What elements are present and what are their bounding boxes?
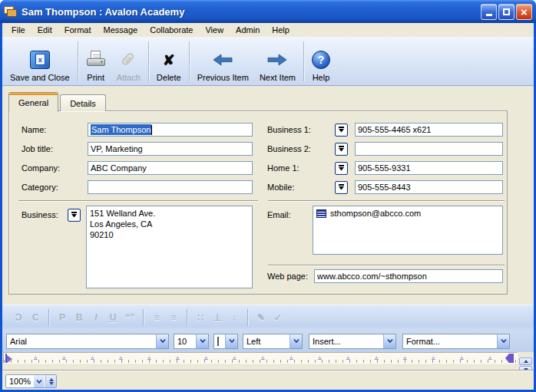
maximize-button[interactable] (498, 4, 514, 20)
italic-icon[interactable]: I (88, 312, 104, 323)
toolbar-separator (143, 309, 144, 326)
dropdown-arrow-icon (71, 212, 78, 218)
menu-message[interactable]: Message (98, 24, 144, 36)
chevron-down-icon (290, 334, 302, 348)
zoom-spinner[interactable] (45, 375, 56, 387)
bold-icon[interactable]: B (71, 312, 88, 323)
status-bar: 100% (2, 370, 534, 390)
ruler[interactable]: ▵▵▵▵▵▵▵▵▵▵▵▵▵▵▵▵▵ (3, 352, 518, 364)
web-page-row: Web page: www.abcco.com/~sthompson (267, 269, 503, 283)
chevron-down-icon[interactable] (34, 375, 45, 387)
maximize-icon (503, 8, 510, 15)
help-button[interactable]: ? Help (306, 39, 336, 84)
menu-view[interactable]: View (199, 24, 230, 36)
toolbar-separator (187, 309, 187, 326)
underline-icon[interactable]: U (104, 312, 121, 323)
format-select[interactable]: Format... (402, 334, 510, 349)
category-row: Category: (22, 180, 253, 194)
toolbar-separator (303, 41, 304, 81)
menu-edit[interactable]: Edit (31, 24, 58, 36)
menu-collaborate[interactable]: Collaborate (144, 24, 199, 36)
toolbar-separator (189, 41, 190, 81)
tab-general[interactable]: General (8, 92, 58, 112)
menu-bar: File Edit Format Message Collaborate Vie… (2, 23, 534, 37)
email-list-field[interactable]: sthompson@abcco.com (313, 206, 503, 255)
business-address-row: Business: (22, 208, 81, 222)
font-family-select[interactable]: Arial (6, 334, 169, 349)
section-divider (268, 265, 505, 266)
tab-stops-icon[interactable]: ∷ (192, 312, 209, 323)
close-button[interactable]: × (516, 4, 532, 20)
alignment-select[interactable]: Left (243, 334, 303, 349)
home1-type-dropdown-button[interactable] (335, 162, 348, 175)
font-color-select[interactable] (213, 334, 238, 349)
arrow-left-icon (213, 48, 233, 71)
mobile-type-dropdown-button[interactable] (335, 181, 348, 194)
font-toolbar: Arial 10 Left Insert... Format... (2, 330, 534, 352)
home1-label: Home 1: (267, 163, 335, 173)
pen-icon[interactable]: ✎ (253, 312, 270, 323)
previous-item-button[interactable]: Previous Item (192, 39, 254, 84)
dropdown-arrow-icon (338, 146, 345, 152)
chevron-down-icon (196, 334, 208, 348)
delete-button[interactable]: ✘ Delete (151, 39, 187, 84)
titlebar[interactable]: Sam Thompson : Avalon Academy × (0, 0, 536, 23)
web-page-field[interactable]: www.abcco.com/~sthompson (314, 269, 503, 283)
redo-icon[interactable]: C (27, 312, 44, 323)
general-tab-panel: Name: Sam Thompson Job title: VP, Market… (8, 110, 508, 295)
help-question-icon: ? (312, 48, 330, 71)
arrow-right-icon (267, 48, 287, 71)
business2-type-dropdown-button[interactable] (335, 143, 348, 156)
arrow-up-icon (524, 360, 528, 363)
menu-admin[interactable]: Admin (230, 24, 266, 36)
job-title-field[interactable]: VP, Marketing (88, 142, 253, 156)
spell-check-icon[interactable]: ✓ (270, 312, 286, 323)
dropdown-arrow-icon (338, 127, 345, 133)
category-field[interactable] (88, 180, 253, 194)
insert-select[interactable]: Insert... (309, 334, 396, 349)
quotes-icon[interactable]: “” (121, 312, 138, 323)
zoom-control[interactable]: 100% (5, 374, 57, 388)
menu-file[interactable]: File (5, 24, 31, 36)
menu-help[interactable]: Help (266, 24, 296, 36)
home1-field[interactable]: 905-555-9331 (355, 161, 503, 175)
right-margin-marker-icon[interactable] (505, 354, 514, 363)
business2-label: Business 2: (267, 144, 335, 153)
paragraph-icon[interactable]: P (54, 312, 71, 323)
business1-field[interactable]: 905-555-4465 x621 (355, 123, 503, 137)
contact-window: Sam Thompson : Avalon Academy × File Edi… (0, 0, 536, 392)
email-label-row: Email: (267, 208, 291, 222)
menu-format[interactable]: Format (58, 24, 98, 36)
address-type-dropdown-button[interactable] (68, 209, 81, 222)
business1-type-dropdown-button[interactable] (335, 124, 348, 137)
business-address-field[interactable]: 151 Welland Ave. Los Angeles, CA 90210 (86, 206, 253, 288)
business2-row: Business 2: (267, 142, 503, 156)
window-title: Sam Thompson : Avalon Academy (22, 6, 477, 18)
mobile-label: Mobile: (267, 183, 335, 192)
next-item-button[interactable]: Next Item (254, 39, 301, 84)
margins-icon[interactable]: ⊥ (209, 312, 226, 323)
scroll-up-button[interactable] (519, 357, 532, 365)
mobile-field[interactable]: 905-555-8443 (355, 180, 503, 194)
company-field[interactable]: ABC Company (88, 161, 253, 175)
minimize-button[interactable] (481, 4, 497, 20)
outdent-icon[interactable]: ≡ (148, 312, 165, 323)
indent-icon[interactable]: ≡ (165, 312, 182, 323)
email-item-icon (316, 209, 326, 218)
undo-icon[interactable]: Ɔ (10, 312, 27, 323)
chevron-down-icon (497, 334, 509, 348)
mobile-row: Mobile: 905-555-8443 (267, 180, 503, 194)
email-label: Email: (267, 210, 291, 219)
left-indent-marker-icon[interactable] (5, 354, 13, 363)
line-spacing-icon[interactable]: ↓ (226, 312, 243, 323)
minimize-icon (486, 14, 492, 16)
business2-field[interactable] (355, 142, 503, 156)
business1-row: Business 1: 905-555-4465 x621 (267, 123, 503, 137)
attach-button[interactable]: Attach (111, 39, 146, 84)
print-button[interactable]: Print (81, 39, 111, 84)
paperclip-icon (120, 48, 137, 71)
save-and-close-button[interactable]: x Save and Close (5, 39, 75, 84)
tab-details[interactable]: Details (60, 94, 106, 111)
font-size-select[interactable]: 10 (174, 334, 209, 349)
name-field[interactable]: Sam Thompson (88, 123, 253, 137)
